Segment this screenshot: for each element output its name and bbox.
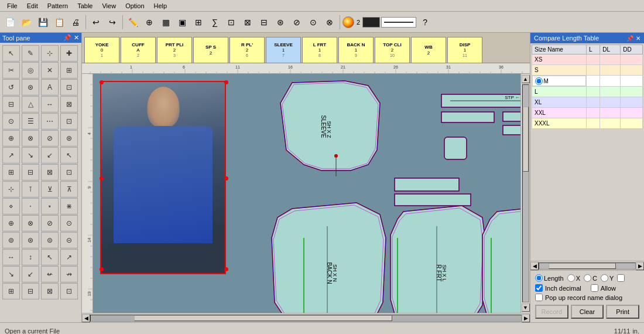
- scroll-right-arrow[interactable]: ▶: [522, 314, 530, 322]
- tool-h1[interactable]: ↘: [2, 266, 20, 282]
- tab-l-frt[interactable]: L FRT 1 8: [302, 37, 337, 63]
- tool-sq2[interactable]: ⊡: [60, 113, 78, 129]
- scroll-track-v[interactable]: [522, 84, 529, 302]
- tool-pane-close[interactable]: ✕: [74, 34, 79, 42]
- tool-g2[interactable]: ↕: [22, 249, 39, 265]
- save-button[interactable]: 💾: [35, 15, 50, 30]
- undo-button[interactable]: ↩: [88, 15, 104, 30]
- tool-text[interactable]: A: [41, 79, 59, 96]
- tool-tri[interactable]: △: [22, 96, 39, 113]
- tool-i4[interactable]: ⊡: [60, 283, 78, 299]
- tool-box1[interactable]: ⊞: [2, 164, 20, 180]
- tab-sleeve[interactable]: SLEEVE 1 7: [266, 37, 301, 63]
- tool-i2[interactable]: ⊟: [22, 283, 39, 299]
- tool-no[interactable]: ⊘: [41, 130, 59, 146]
- scroll-down-arrow[interactable]: ▼: [522, 304, 530, 312]
- open-button[interactable]: 📂: [19, 15, 34, 30]
- help-icon[interactable]: ?: [417, 15, 433, 30]
- radio-y-input[interactable]: [601, 274, 608, 282]
- tool-p2[interactable]: ⊺: [22, 181, 39, 197]
- tool9-button[interactable]: ⊟: [256, 15, 272, 30]
- tool-box4[interactable]: ⊡: [60, 164, 78, 180]
- record-button[interactable]: Record: [535, 305, 568, 319]
- radio-y[interactable]: Y: [601, 274, 614, 282]
- tool-sw[interactable]: ↙: [41, 147, 59, 163]
- tool-p4[interactable]: ⊼: [60, 181, 78, 197]
- table-row[interactable]: M: [532, 76, 643, 87]
- tab-disp[interactable]: DISP 1 11: [447, 37, 482, 63]
- tool-e3[interactable]: ⊘: [41, 215, 59, 231]
- check-allow-input[interactable]: [591, 284, 598, 292]
- radio-c[interactable]: C: [584, 274, 597, 282]
- tool-cut[interactable]: ✂: [2, 62, 20, 79]
- tool-h2[interactable]: ↙: [22, 266, 39, 282]
- tool2-button[interactable]: ⊕: [142, 15, 157, 30]
- tool-point[interactable]: ⊹: [41, 45, 59, 62]
- tool7-button[interactable]: ⊡: [224, 15, 239, 30]
- check-inch[interactable]: Inch decimal Allow: [535, 284, 639, 292]
- tool1-button[interactable]: ✏️: [125, 15, 141, 30]
- check-popup[interactable]: Pop up record name dialog: [535, 294, 639, 301]
- tool3-button[interactable]: ▦: [158, 15, 173, 30]
- tool-h-arrow[interactable]: ↔: [41, 96, 59, 113]
- radio-length-input[interactable]: [535, 274, 543, 282]
- tool-minus[interactable]: ⊟: [2, 96, 20, 113]
- size-m-radio[interactable]: [535, 77, 543, 85]
- tool-i1[interactable]: ⊞: [2, 283, 20, 299]
- table-row[interactable]: S: [532, 65, 643, 76]
- tool-f3[interactable]: ⊜: [41, 232, 59, 248]
- table-row[interactable]: XXL: [532, 108, 643, 118]
- scroll-thumb-v[interactable]: [523, 107, 529, 172]
- table-row[interactable]: XS: [532, 54, 643, 65]
- compare-scroll-thumb[interactable]: [549, 263, 616, 269]
- tool-draw[interactable]: ✎: [22, 45, 39, 62]
- check-popup-input[interactable]: [535, 294, 543, 301]
- redo-button[interactable]: ↪: [105, 15, 120, 30]
- radio-extra[interactable]: [617, 274, 625, 282]
- save-as-button[interactable]: 📋: [52, 15, 67, 30]
- table-row[interactable]: XL: [532, 97, 643, 108]
- tool12-button[interactable]: ⊙: [306, 15, 321, 30]
- menu-pattern[interactable]: Pattern: [43, 1, 73, 11]
- tool-sq[interactable]: ⊡: [60, 79, 78, 96]
- tool-box3[interactable]: ⊠: [41, 164, 59, 180]
- tab-wb[interactable]: WB 2: [411, 37, 446, 63]
- tool-p1[interactable]: ⊹: [2, 181, 20, 197]
- compare-scroll-track[interactable]: [539, 263, 636, 270]
- tab-sp[interactable]: SP S 2: [193, 37, 228, 63]
- tool4-button[interactable]: ▣: [174, 15, 190, 30]
- tool-circle[interactable]: ◎: [22, 62, 39, 79]
- tool-d3[interactable]: ⋆: [41, 198, 59, 214]
- tab-yoke[interactable]: YOKE 0 1: [84, 37, 119, 63]
- tool-nw[interactable]: ↖: [60, 147, 78, 163]
- tab-prt-pli[interactable]: PRT PLI 2 3: [157, 37, 192, 63]
- tool-x2[interactable]: ⊗: [22, 130, 39, 146]
- scroll-up-arrow[interactable]: ▲: [522, 75, 530, 83]
- tool-e1[interactable]: ⊕: [2, 215, 20, 231]
- scroll-track-h[interactable]: [90, 315, 522, 322]
- tab-top-cli[interactable]: TOP CLI 2 10: [375, 37, 410, 63]
- tool11-button[interactable]: ⊘: [289, 15, 304, 30]
- clear-button[interactable]: Clear: [571, 305, 604, 319]
- tool-se[interactable]: ↘: [22, 147, 39, 163]
- menu-table[interactable]: Table: [73, 1, 97, 11]
- radio-x-input[interactable]: [567, 274, 575, 282]
- tool-d2[interactable]: ⋅: [22, 198, 39, 214]
- tool-x[interactable]: ✕: [41, 62, 59, 79]
- scroll-thumb-h[interactable]: [134, 315, 392, 321]
- tool-h4[interactable]: ↛: [60, 266, 78, 282]
- tool13-button[interactable]: ⊗: [322, 15, 337, 30]
- tool-star[interactable]: ⊛: [22, 79, 39, 96]
- tool-d1[interactable]: ⋄: [2, 198, 20, 214]
- tool-i3[interactable]: ⊠: [41, 283, 59, 299]
- print-button[interactable]: 🖨: [68, 15, 83, 30]
- menu-option[interactable]: Option: [121, 1, 149, 11]
- new-button[interactable]: 📄: [2, 15, 18, 30]
- tool-f2[interactable]: ⊛: [22, 232, 39, 248]
- tool-rotate[interactable]: ↺: [2, 79, 20, 96]
- menu-edit[interactable]: Edit: [22, 1, 43, 11]
- check-inch-input[interactable]: [535, 284, 543, 292]
- tab-cuff[interactable]: CUFF A 2: [121, 37, 156, 63]
- radio-c-input[interactable]: [584, 274, 591, 282]
- canvas-area[interactable]: SLEEVE SH X Z STP ←→: [93, 74, 520, 313]
